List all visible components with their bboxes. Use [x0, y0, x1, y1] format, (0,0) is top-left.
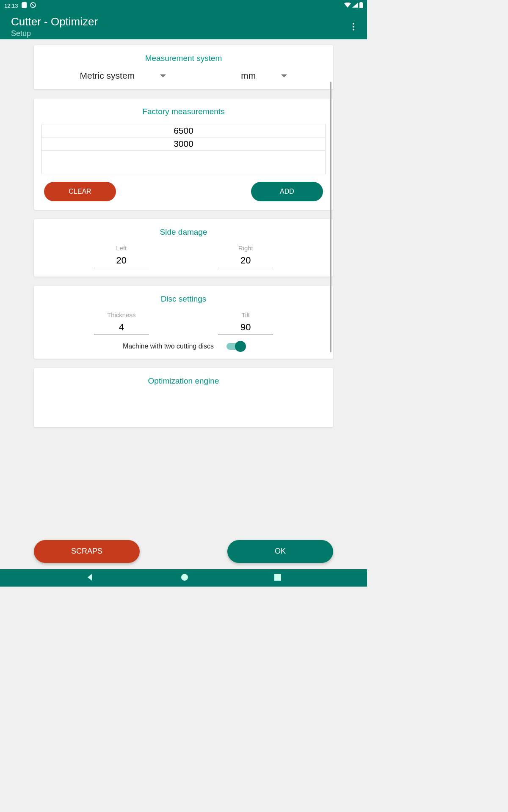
card-title-optimization: Optimization engine [34, 376, 333, 386]
chevron-down-icon [160, 74, 166, 77]
wifi-icon [344, 3, 351, 9]
clear-button[interactable]: CLEAR [44, 182, 116, 201]
card-title-measurement: Measurement system [34, 54, 333, 63]
factory-measurements-card: Factory measurements 6500 3000 CLEAR ADD [34, 99, 333, 210]
right-input[interactable] [218, 252, 273, 268]
unit-value: mm [241, 71, 256, 81]
ok-button[interactable]: OK [227, 540, 333, 563]
right-label: Right [214, 244, 277, 252]
no-sync-icon [30, 2, 36, 9]
svg-rect-2 [360, 2, 362, 3]
cell-signal-icon [352, 3, 358, 9]
two-disc-label: Machine with two cutting discs [123, 343, 214, 350]
measurement-empty-space [42, 151, 325, 174]
home-icon[interactable] [181, 573, 188, 583]
two-disc-toggle[interactable] [226, 343, 244, 350]
thickness-input[interactable] [94, 318, 149, 335]
unit-dropdown[interactable]: mm [241, 71, 287, 81]
add-button[interactable]: ADD [251, 182, 323, 201]
card-title-disc: Disc settings [34, 294, 333, 304]
back-icon[interactable] [86, 573, 94, 583]
measurement-row[interactable]: 3000 [42, 137, 325, 151]
sd-card-icon [22, 2, 27, 9]
clock: 12:13 [4, 3, 18, 9]
card-title-factory: Factory measurements [34, 107, 333, 116]
side-damage-card: Side damage Left Right [34, 219, 333, 277]
recent-apps-icon[interactable] [274, 574, 281, 582]
measurement-row[interactable]: 6500 [42, 124, 325, 137]
optimization-engine-card: Optimization engine [34, 368, 333, 427]
system-value: Metric system [80, 71, 135, 81]
content-area: Measurement system Metric system mm Fact… [0, 39, 367, 533]
svg-rect-1 [359, 3, 363, 8]
tilt-input[interactable] [218, 318, 273, 335]
app-subtitle: Setup [11, 29, 98, 38]
thickness-label: Thickness [90, 311, 153, 318]
system-dropdown[interactable]: Metric system [80, 71, 166, 81]
overflow-menu-icon[interactable] [350, 23, 360, 30]
bottom-action-bar: SCRAPS OK [0, 533, 367, 569]
svg-rect-4 [274, 574, 281, 581]
svg-point-3 [181, 574, 188, 581]
tilt-label: Tilt [214, 311, 277, 318]
left-input[interactable] [94, 252, 149, 268]
disc-settings-card: Disc settings Thickness Tilt Machine wit… [34, 286, 333, 359]
scroll-indicator [330, 82, 331, 352]
battery-icon [359, 2, 363, 9]
scraps-button[interactable]: SCRAPS [34, 540, 140, 563]
measurements-list: 6500 3000 [41, 124, 326, 174]
card-title-side-damage: Side damage [34, 228, 333, 237]
status-bar: 12:13 [0, 0, 367, 11]
app-title: Cutter - Optimizer [11, 15, 98, 28]
left-label: Left [90, 244, 153, 252]
measurement-system-card: Measurement system Metric system mm [34, 45, 333, 89]
navigation-bar [0, 569, 367, 587]
chevron-down-icon [281, 74, 287, 77]
